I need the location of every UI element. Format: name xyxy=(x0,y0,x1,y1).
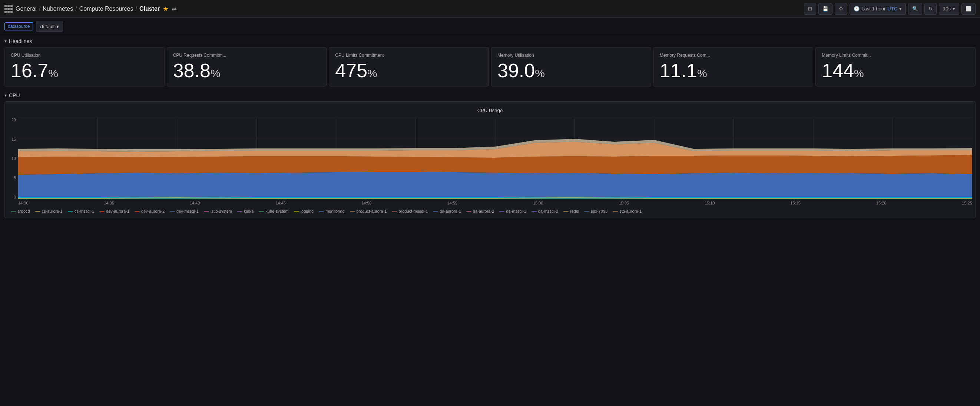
legend-color-swatch xyxy=(466,211,471,211)
breadcrumb-kubernetes[interactable]: Kubernetes xyxy=(43,6,73,12)
legend-item[interactable]: argocd xyxy=(11,209,30,213)
legend-item[interactable]: monitoring xyxy=(319,209,344,213)
legend-item[interactable]: qa-aurora-1 xyxy=(433,209,461,213)
legend-label: kafka xyxy=(244,209,253,213)
headlines-chevron-icon: ▾ xyxy=(5,38,7,44)
legend-label: qa-aurora-2 xyxy=(473,209,494,213)
share-icon[interactable]: ⇌ xyxy=(172,5,177,12)
legend-color-swatch xyxy=(99,211,105,211)
legend-color-swatch xyxy=(531,211,537,211)
legend-item[interactable]: istio-system xyxy=(204,209,232,213)
add-panel-icon: ⊞ xyxy=(808,6,812,11)
legend-item[interactable]: redis xyxy=(563,209,579,213)
legend-item[interactable]: kafka xyxy=(237,209,253,213)
legend-label: qa-mssql-1 xyxy=(506,209,526,213)
y-axis-label: 0 xyxy=(8,195,16,199)
svg-marker-16 xyxy=(18,172,972,199)
stat-card-value-5: 144% xyxy=(822,61,969,80)
x-axis-label: 14:35 xyxy=(104,201,114,205)
legend-label: cs-mssql-1 xyxy=(75,209,94,213)
stat-card-value-0: 16.7% xyxy=(11,61,158,80)
gear-icon: ⚙ xyxy=(839,6,843,11)
stat-card-title-0: CPU Utilisation xyxy=(11,53,158,58)
y-axis-label: 20 xyxy=(8,118,16,122)
legend-item[interactable]: dev-aurora-2 xyxy=(135,209,165,213)
legend-item[interactable]: logging xyxy=(294,209,313,213)
stat-card-1: CPU Requests Commitm... 38.8% xyxy=(167,47,327,86)
legend-color-swatch xyxy=(68,211,73,211)
breadcrumb-general[interactable]: General xyxy=(16,6,37,12)
legend-item[interactable]: cs-mssql-1 xyxy=(68,209,94,213)
stat-card-3: Memory Utilisation 39.0% xyxy=(491,47,651,86)
legend-label: dev-mssql-1 xyxy=(177,209,199,213)
stat-cards-grid: CPU Utilisation 16.7% CPU Requests Commi… xyxy=(0,46,980,90)
legend-label: dev-aurora-2 xyxy=(141,209,165,213)
stat-card-value-2: 475% xyxy=(335,61,483,80)
zoom-out-button[interactable]: 🔍 xyxy=(908,3,922,15)
legend-item[interactable]: product-mssql-1 xyxy=(392,209,428,213)
legend-item[interactable]: qa-mssql-2 xyxy=(531,209,558,213)
legend-color-swatch xyxy=(319,211,324,211)
save-dashboard-button[interactable]: 💾 xyxy=(818,3,832,15)
select-chevron: ▾ xyxy=(56,24,59,29)
stat-card-0: CPU Utilisation 16.7% xyxy=(5,47,165,86)
legend-color-swatch xyxy=(392,211,397,211)
legend-color-swatch xyxy=(237,211,242,211)
apps-grid-icon[interactable] xyxy=(5,5,13,13)
stat-card-2: CPU Limits Commitment 475% xyxy=(329,47,489,86)
legend-item[interactable]: dev-aurora-1 xyxy=(99,209,129,213)
legend-color-swatch xyxy=(433,211,438,211)
datasource-tag[interactable]: datasource xyxy=(5,22,33,30)
legend-item[interactable]: stg-aurora-1 xyxy=(612,209,641,213)
legend-color-swatch xyxy=(612,211,618,211)
breadcrumb-sep-3: / xyxy=(136,6,137,12)
refresh-button[interactable]: ↻ xyxy=(924,3,937,15)
breadcrumb-sep-1: / xyxy=(39,6,40,12)
legend-color-swatch xyxy=(135,211,140,211)
default-select[interactable]: default ▾ xyxy=(36,21,63,32)
tv-mode-icon: ⬜ xyxy=(966,6,972,11)
utc-label: UTC xyxy=(887,6,897,11)
stat-card-title-2: CPU Limits Commitment xyxy=(335,53,483,58)
legend-item[interactable]: cs-aurora-1 xyxy=(35,209,63,213)
legend-color-swatch xyxy=(170,211,175,211)
breadcrumb-compute-resources[interactable]: Compute Resources xyxy=(79,6,134,12)
x-axis-label: 15:00 xyxy=(533,201,543,205)
legend-item[interactable]: dev-mssql-1 xyxy=(170,209,199,213)
legend-color-swatch xyxy=(11,211,16,211)
legend-label: sbx-7093 xyxy=(591,209,608,213)
cpu-section-label: CPU xyxy=(9,93,20,98)
legend-item[interactable]: qa-aurora-2 xyxy=(466,209,494,213)
cpu-chevron-icon: ▾ xyxy=(5,93,7,98)
add-panel-button[interactable]: ⊞ xyxy=(804,3,816,15)
tv-mode-button[interactable]: ⬜ xyxy=(961,3,975,15)
dashboard-settings-button[interactable]: ⚙ xyxy=(835,3,847,15)
legend-item[interactable]: kube-system xyxy=(259,209,288,213)
legend-item[interactable]: sbx-7093 xyxy=(584,209,608,213)
legend-label: dev-aurora-1 xyxy=(106,209,129,213)
headlines-section-header[interactable]: ▾ Headlines xyxy=(0,35,980,46)
refresh-rate-button[interactable]: 10s ▾ xyxy=(939,3,959,15)
stat-card-title-1: CPU Requests Commitm... xyxy=(173,53,321,58)
legend-item[interactable]: qa-mssql-1 xyxy=(499,209,526,213)
legend-label: product-mssql-1 xyxy=(398,209,428,213)
cpu-chart-title: CPU Usage xyxy=(8,108,972,113)
time-range-button[interactable]: 🕐 Last 1 hour UTC ▾ xyxy=(850,3,906,15)
refresh-rate-label: 10s xyxy=(943,6,951,11)
x-axis-label: 14:45 xyxy=(275,201,286,205)
legend-label: product-aurora-1 xyxy=(356,209,387,213)
favorite-star-icon[interactable]: ★ xyxy=(163,5,169,13)
chart-inner xyxy=(18,118,972,199)
stat-card-5: Memory Limits Commit... 144% xyxy=(815,47,975,86)
stat-card-title-5: Memory Limits Commit... xyxy=(822,53,969,58)
breadcrumb-sep-2: / xyxy=(75,6,77,12)
chart-area: 20151050 xyxy=(8,118,972,199)
headlines-section-label: Headlines xyxy=(9,38,32,44)
legend-item[interactable]: product-aurora-1 xyxy=(350,209,387,213)
time-range-chevron: ▾ xyxy=(899,6,902,11)
cpu-section-header[interactable]: ▾ CPU xyxy=(0,90,980,100)
x-axis-label: 15:05 xyxy=(619,201,629,205)
time-range-label: Last 1 hour xyxy=(861,6,886,11)
x-axis: 14:3014:3514:4014:4514:5014:5515:0015:05… xyxy=(8,199,972,205)
breadcrumb-cluster: Cluster xyxy=(139,6,160,12)
